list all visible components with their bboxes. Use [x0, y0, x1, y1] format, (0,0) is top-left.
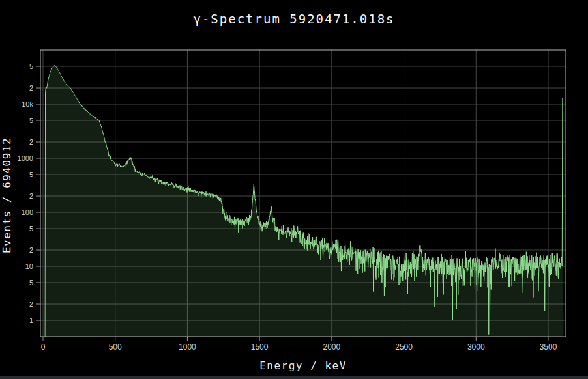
y-axis-label: Events / 6940912 [1, 137, 13, 253]
y-tick-label: 100 [22, 208, 33, 216]
x-tick-label: 0 [41, 343, 46, 352]
y-tick-label: 5 [29, 171, 33, 178]
y-tick-label: 5 [29, 63, 33, 70]
y-tick-label: 10 [25, 262, 33, 270]
y-tick-label: 2 [29, 84, 33, 92]
gamma-spectrum-page: γ-Spectrum 5920471.018s 5210k52100052100… [0, 0, 588, 379]
x-tick-label: 3500 [540, 343, 557, 352]
x-tick-label: 1500 [251, 343, 269, 352]
x-tick-label: 2000 [323, 343, 340, 352]
spectrum-chart-svg: 5210k52100052100521052105001000150020002… [0, 0, 588, 376]
y-tick-label: 2 [29, 192, 33, 200]
y-tick-label: 5 [29, 225, 33, 232]
x-tick-label: 3000 [467, 343, 485, 352]
y-tick-label: 5 [29, 117, 33, 124]
y-tick-label: 2 [29, 138, 33, 146]
y-tick-label: 2 [29, 246, 33, 254]
y-tick-label: 2 [29, 300, 33, 308]
spectrum-fill-area [45, 66, 563, 337]
y-tick-label: 10k [22, 100, 33, 108]
y-tick-label: 1000 [18, 154, 33, 162]
y-tick-label: 5 [29, 279, 33, 287]
y-tick-label: 1 [29, 316, 33, 324]
bottom-window-edge [0, 376, 588, 379]
x-axis-label: Energy / keV [259, 359, 347, 372]
x-tick-label: 2500 [395, 343, 413, 352]
x-tick-label: 500 [109, 343, 122, 352]
x-tick-label: 1000 [179, 343, 196, 352]
